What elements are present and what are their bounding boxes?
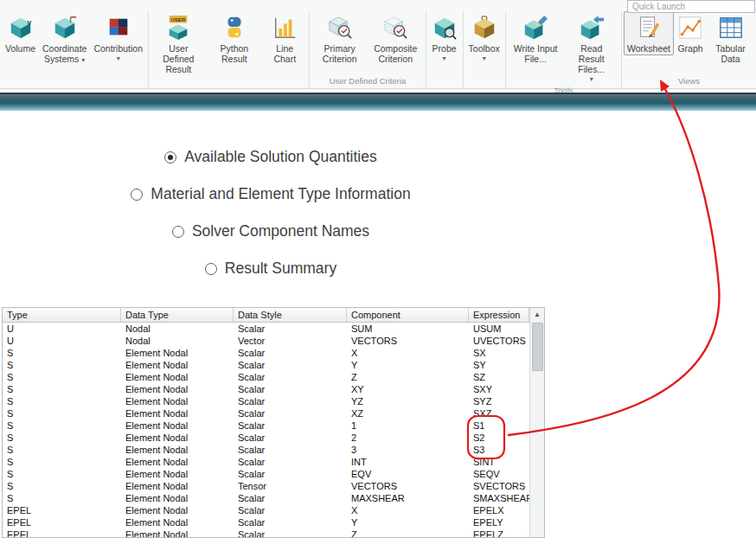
table-cell: SINT: [469, 456, 529, 468]
python-result-icon: [221, 15, 247, 41]
table-cell: X: [347, 347, 469, 359]
column-header-component[interactable]: Component: [347, 308, 469, 322]
ribbon-group-label: [428, 75, 461, 88]
volume-button[interactable]: v Volume: [2, 11, 39, 55]
quick-launch-input[interactable]: [627, 0, 755, 13]
table-cell: Scalar: [234, 371, 347, 383]
read-result-files-button[interactable]: Read Result Files... ▾: [563, 11, 619, 85]
ribbon-button-label: Composite Criterion: [371, 43, 420, 64]
primary-criterion-button[interactable]: Primary Criterion: [311, 11, 368, 66]
table-cell: S: [3, 359, 121, 371]
composite-criterion-button[interactable]: Composite Criterion: [368, 11, 424, 66]
table-cell: EPELY: [469, 516, 529, 528]
write-input-file-button[interactable]: Write Input File...: [508, 11, 564, 66]
table-scrollbar[interactable]: ▲: [529, 308, 544, 537]
radio-button-icon[interactable]: [172, 226, 184, 238]
table-row[interactable]: SElement NodalScalarYSY: [3, 359, 529, 371]
ribbon-group-probe: Probe ▾: [426, 11, 464, 88]
table-row[interactable]: EPELElement NodalScalarYEPELY: [3, 516, 529, 528]
column-header-expression[interactable]: Expression: [469, 308, 529, 322]
volume-badge: v: [27, 18, 31, 27]
table-row[interactable]: SElement NodalScalarYZSYZ: [3, 395, 529, 407]
table-cell: SEQV: [469, 468, 529, 480]
dropdown-caret-icon[interactable]: ▾: [590, 76, 593, 83]
ribbon-button-label: Probe: [432, 43, 457, 54]
composite-criterion-icon: [382, 15, 408, 41]
table-cell: Scalar: [234, 456, 347, 468]
worksheet-view-options: Available Solution QuantitiesMaterial an…: [0, 138, 541, 287]
table-cell: EPEL: [3, 516, 121, 528]
ribbon-group-results: v Volume Coordinate Systems ▾: [0, 11, 149, 88]
coordinate-systems-button[interactable]: Coordinate Systems ▾: [39, 11, 90, 66]
radio-option[interactable]: Result Summary: [0, 250, 541, 287]
table-row[interactable]: EPELElement NodalScalarXEPELX: [3, 504, 529, 516]
table-row[interactable]: SElement NodalTensorVECTORSSVECTORS: [3, 480, 529, 492]
radio-option[interactable]: Solver Component Names: [0, 213, 541, 250]
table-row[interactable]: SElement NodalScalar1S1: [3, 420, 529, 432]
table-cell: Nodal: [121, 335, 234, 347]
table-row[interactable]: UNodalScalarSUMUSUM: [3, 323, 529, 335]
scrollbar-thumb[interactable]: [532, 323, 543, 371]
toolbox-button[interactable]: Toolbox ▾: [465, 11, 503, 64]
table-row[interactable]: SElement NodalScalarXSX: [3, 347, 529, 359]
table-cell: Element Nodal: [121, 468, 234, 480]
radio-button-icon[interactable]: [205, 263, 217, 275]
table-cell: EPEL: [3, 504, 121, 516]
user-badge: USER: [171, 16, 186, 22]
table-cell: S3: [469, 444, 529, 456]
line-chart-button[interactable]: Line Chart: [262, 11, 307, 66]
graph-button[interactable]: Graph: [674, 11, 707, 55]
contribution-button[interactable]: Contribution ▾: [90, 11, 146, 64]
table-cell: EQV: [347, 468, 469, 480]
table-row[interactable]: SElement NodalScalarMAXSHEARSMAXSHEAR: [3, 492, 529, 504]
ribbon-button-label: Volume: [5, 43, 35, 54]
table-row[interactable]: SElement NodalScalarZSZ: [3, 371, 529, 383]
tabular-data-button[interactable]: Tabular Data: [707, 11, 754, 66]
table-cell: VECTORS: [347, 480, 469, 492]
table-cell: 3: [347, 444, 469, 456]
table-cell: Scalar: [234, 347, 347, 359]
table-cell: Y: [347, 516, 469, 528]
table-row[interactable]: SElement NodalScalarXZSXZ: [3, 407, 529, 420]
column-header-data-type[interactable]: Data Type: [121, 308, 234, 322]
table-row[interactable]: SElement NodalScalar2S2: [3, 432, 529, 444]
column-header-type[interactable]: Type: [3, 308, 121, 322]
python-result-button[interactable]: Python Result: [207, 11, 263, 66]
radio-option[interactable]: Available Solution Quantities: [0, 138, 541, 176]
table-cell: X: [347, 504, 469, 516]
table-cell: S1: [469, 420, 529, 432]
table-cell: UVECTORS: [469, 335, 529, 347]
table-row[interactable]: SElement NodalScalar3S3: [3, 444, 529, 456]
scroll-up-arrow-icon[interactable]: ▲: [530, 308, 545, 322]
table-cell: U: [3, 335, 121, 347]
table-cell: Scalar: [234, 516, 347, 528]
table-cell: Scalar: [234, 468, 347, 480]
table-cell: Scalar: [234, 383, 347, 395]
ribbon-button-label: Write Input File...: [511, 43, 561, 64]
user-defined-result-button[interactable]: USER User Defined Result: [151, 11, 207, 76]
ribbon-button-label: Contribution: [93, 43, 143, 54]
table-cell: YZ: [347, 395, 469, 407]
table-cell: Element Nodal: [121, 395, 234, 407]
table-row[interactable]: SElement NodalScalarEQVSEQV: [3, 468, 529, 480]
radio-button-icon[interactable]: [131, 189, 143, 201]
table-row[interactable]: SElement NodalScalarXYSXY: [3, 383, 529, 395]
dropdown-caret-icon[interactable]: ▾: [483, 55, 486, 62]
column-header-data-style[interactable]: Data Style: [234, 308, 347, 322]
radio-option[interactable]: Material and Element Type Information: [0, 176, 541, 213]
dropdown-caret-icon[interactable]: ▾: [117, 55, 120, 62]
ribbon-group-views: Worksheet Graph: [622, 11, 756, 88]
table-cell: U: [3, 323, 121, 335]
table-row[interactable]: SElement NodalScalarINTSINT: [3, 456, 529, 468]
table-cell: Scalar: [234, 323, 347, 335]
radio-button-icon[interactable]: [164, 151, 176, 163]
worksheet-button[interactable]: Worksheet: [624, 11, 674, 55]
ribbon-button-label: Coordinate Systems ▾: [42, 43, 86, 64]
table-cell: Scalar: [234, 444, 347, 456]
table-row[interactable]: UNodalVectorVECTORSUVECTORS: [3, 335, 529, 347]
table-row[interactable]: EPELElement NodalScalarZEPELZ: [3, 528, 529, 537]
probe-button[interactable]: Probe ▾: [428, 11, 461, 64]
dropdown-caret-icon[interactable]: ▾: [443, 55, 446, 62]
graph-icon: [677, 15, 703, 41]
table-cell: S: [3, 456, 121, 468]
